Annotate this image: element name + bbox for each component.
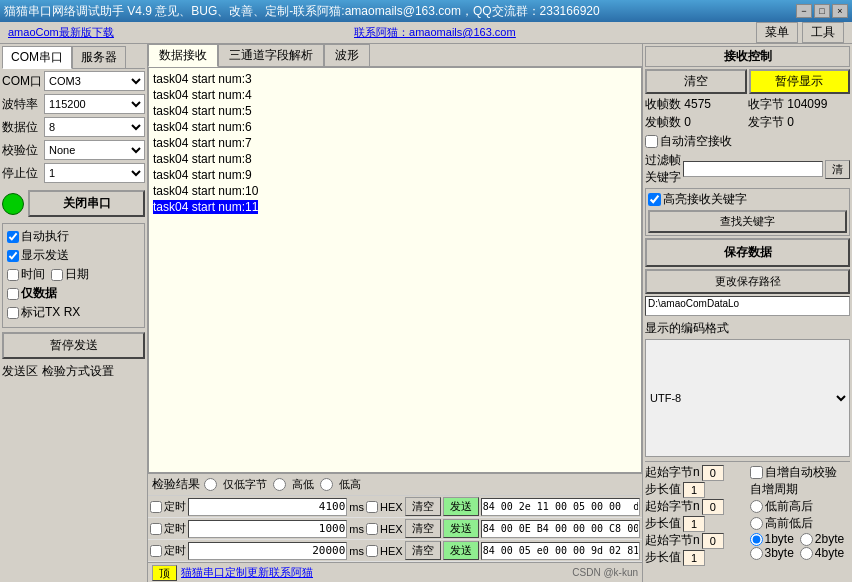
send-row-0-data-input[interactable]: [481, 498, 640, 516]
pause-display-button[interactable]: 暂停显示: [749, 69, 851, 94]
highlight-key-checkbox[interactable]: [648, 193, 661, 206]
recv-line-3: task04 start num:6: [153, 120, 637, 134]
high-low-label: 高前低后: [765, 515, 813, 532]
start-byte-n-2-input[interactable]: [702, 499, 724, 515]
tools-button[interactable]: 工具: [802, 22, 844, 43]
recv-clear-button[interactable]: 清空: [645, 69, 747, 94]
send-row-1-hex-check[interactable]: [366, 523, 378, 535]
checksum-high-low-radio[interactable]: [273, 478, 286, 491]
maximize-button[interactable]: □: [814, 4, 830, 18]
auto-run-checkbox[interactable]: [7, 231, 19, 243]
tab-three-channel[interactable]: 三通道字段解析: [218, 44, 324, 66]
encoding-row: 显示的编码格式: [645, 320, 850, 337]
recv-frames-stat: 收帧数 4575: [645, 96, 747, 113]
mark-txrx-label: 标记TX RX: [21, 304, 80, 321]
mark-txrx-checkbox[interactable]: [7, 307, 19, 319]
filter-input[interactable]: [683, 161, 823, 177]
checksum-low-high-radio[interactable]: [320, 478, 333, 491]
center-panel: 数据接收 三通道字段解析 波形 task04 start num:3task04…: [148, 44, 642, 582]
send-row-1-clear-button[interactable]: 清空: [405, 519, 441, 538]
com-select[interactable]: COM3: [44, 71, 145, 91]
tab-waveform[interactable]: 波形: [324, 44, 370, 66]
parity-select[interactable]: None: [44, 140, 145, 160]
4byte-radio[interactable]: [800, 547, 813, 560]
2byte-label: 2byte: [815, 532, 844, 546]
send-row-2-clear-button[interactable]: 清空: [405, 541, 441, 560]
step-val-1-input[interactable]: [683, 482, 705, 498]
3byte-radio[interactable]: [750, 547, 763, 560]
send-row-2-send-button[interactable]: 发送: [443, 541, 479, 560]
step-val-3-input[interactable]: [683, 550, 705, 566]
contact-link[interactable]: 联系阿猫：amaomails@163.com: [354, 26, 516, 38]
check-method-label: 检验方式设置: [42, 363, 114, 380]
high-low-radio[interactable]: [750, 517, 763, 530]
step-val-2-input[interactable]: [683, 516, 705, 532]
change-path-button[interactable]: 更改保存路径: [645, 269, 850, 294]
stopbits-select[interactable]: 1: [44, 163, 145, 183]
checksum-low-byte-radio[interactable]: [204, 478, 217, 491]
recv-control-label: 接收控制: [645, 46, 850, 67]
menu-bar: amaoCom最新版下载 联系阿猫：amaomails@163.com 菜单 工…: [0, 22, 852, 44]
step-val-1-label: 步长值: [645, 481, 681, 498]
1byte-label: 1byte: [765, 532, 794, 546]
center-tabs: 数据接收 三通道字段解析 波形: [148, 44, 642, 67]
send-row-0-timer-input[interactable]: [188, 498, 347, 516]
send-row-1-send-button[interactable]: 发送: [443, 519, 479, 538]
show-send-checkbox[interactable]: [7, 250, 19, 262]
bottom-link[interactable]: 猫猫串口定制更新联系阿猫: [181, 565, 313, 580]
top-button[interactable]: 顶: [152, 565, 177, 581]
show-send-label: 显示发送: [21, 247, 69, 264]
auto-check-label: 自增自动校验: [765, 464, 837, 481]
menu-button[interactable]: 菜单: [756, 22, 798, 43]
send-area-row: 发送区 检验方式设置: [2, 363, 145, 380]
checksum-label: 检验结果: [152, 476, 200, 493]
recv-line-7: task04 start num:10: [153, 184, 637, 198]
baud-select[interactable]: 115200: [44, 94, 145, 114]
send-row-2-ms: ms: [349, 545, 364, 557]
send-row-0-clear-button[interactable]: 清空: [405, 497, 441, 516]
send-rows-container: 检验结果 仅低字节 高低 低高 定时 ms: [148, 473, 642, 562]
minimize-button[interactable]: −: [796, 4, 812, 18]
highlight-key-label-text: 高亮接收关键字: [663, 191, 747, 208]
send-row-1-timer-check[interactable]: [150, 523, 162, 535]
send-row-0-send-button[interactable]: 发送: [443, 497, 479, 516]
pause-send-button[interactable]: 暂停发送: [2, 332, 145, 359]
checksum-low-high-label: 低高: [339, 477, 361, 492]
encoding-select[interactable]: UTF-8: [645, 339, 850, 457]
start-byte-n-1-input[interactable]: [702, 465, 724, 481]
send-row-0-timer-check[interactable]: [150, 501, 162, 513]
send-bytes-stat: 发字节 0: [748, 114, 850, 131]
find-key-button[interactable]: 查找关键字: [648, 210, 847, 233]
com-label: COM口: [2, 73, 44, 90]
send-row-2-hex-check[interactable]: [366, 545, 378, 557]
highlight-key-section: 高亮接收关键字 查找关键字: [645, 188, 850, 236]
1byte-radio[interactable]: [750, 533, 763, 546]
start-byte-n-2-label: 起始字节n: [645, 498, 700, 515]
time-checkbox[interactable]: [7, 269, 19, 281]
tab-server[interactable]: 服务器: [72, 46, 126, 68]
tab-com-port[interactable]: COM串口: [2, 46, 72, 69]
send-row-2-timer-check[interactable]: [150, 545, 162, 557]
tab-data-recv[interactable]: 数据接收: [148, 44, 218, 67]
download-link[interactable]: amaoCom最新版下载: [8, 25, 114, 40]
date-checkbox[interactable]: [51, 269, 63, 281]
filter-clear-button[interactable]: 清: [825, 160, 850, 179]
send-row-1-timer-input[interactable]: [188, 520, 347, 538]
save-data-button[interactable]: 保存数据: [645, 238, 850, 267]
4byte-label: 4byte: [815, 546, 844, 560]
auto-check-checkbox[interactable]: [750, 466, 763, 479]
auto-clear-checkbox[interactable]: [645, 135, 658, 148]
close-port-button[interactable]: 关闭串口: [28, 190, 145, 217]
checksum-row: 检验结果 仅低字节 高低 低高: [148, 474, 642, 496]
send-row-1-data-input[interactable]: [481, 520, 640, 538]
send-row-2-timer-input[interactable]: [188, 542, 347, 560]
only-save-checkbox[interactable]: [7, 288, 19, 300]
2byte-radio[interactable]: [800, 533, 813, 546]
start-byte-n-3-input[interactable]: [702, 533, 724, 549]
send-frames-stat: 发帧数 0: [645, 114, 747, 131]
databits-select[interactable]: 8: [44, 117, 145, 137]
close-button[interactable]: ×: [832, 4, 848, 18]
low-high-radio[interactable]: [750, 500, 763, 513]
send-row-2-data-input[interactable]: [481, 542, 640, 560]
send-row-0-hex-check[interactable]: [366, 501, 378, 513]
